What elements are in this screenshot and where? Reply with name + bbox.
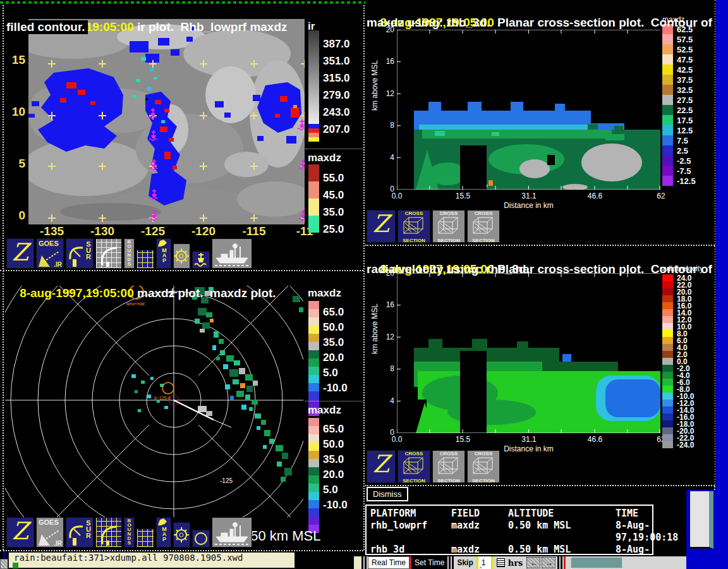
panel-xsection-radialvelocity: 8-aug-1997,19:05:00 Planar cross-section… xyxy=(365,247,715,485)
xsec1-plot[interactable] xyxy=(397,30,660,190)
map-fragment-icon xyxy=(157,518,171,527)
buoy-button[interactable] xyxy=(192,251,210,269)
cube-icon xyxy=(436,216,461,235)
panel-ir-plot: 8-aug-1997,19:05:00 ir plot. Rhb_lowprf … xyxy=(5,5,363,270)
cross-section-button[interactable]: CROSS SECTION xyxy=(467,210,500,243)
desktop-blue-strip xyxy=(716,0,728,492)
xsec2-y-axis-title: km above MSL xyxy=(370,303,379,354)
ir-colorbar: 387.0351.0315.0279.0243.0207.0 xyxy=(308,30,350,142)
xsec1-contours xyxy=(397,102,660,190)
step-back-button[interactable]: ← xyxy=(526,557,540,568)
cross-section-button[interactable]: CROSS SECTION xyxy=(432,450,465,483)
separator-left-edge xyxy=(3,5,4,550)
radar-panel-title: 8-aug-1997,19:05:00 maxdz plot. maxdz pl… xyxy=(6,272,276,314)
cross-section-track-ext xyxy=(214,420,231,427)
xsec2-x-labels: 0.015.531.146.662 xyxy=(380,435,677,444)
bounds-button[interactable]: BOUNDS xyxy=(124,517,135,548)
circle-button[interactable] xyxy=(192,530,210,548)
satellite-image[interactable] xyxy=(28,19,305,224)
goes-ir-button[interactable]: GOES .IR xyxy=(36,238,64,269)
xsec1-toolbar: Z CROSS SECTION CROSS SECTION CROSS SECT… xyxy=(367,210,500,243)
set-time-button[interactable]: Set Time xyxy=(411,556,447,569)
bounds-button[interactable]: BOUNDS xyxy=(124,238,135,269)
zebra-logo-button[interactable]: Z xyxy=(367,210,396,243)
zebra-logo-button[interactable]: Z xyxy=(6,517,34,548)
taskbar-teal-segment[interactable] xyxy=(571,557,622,568)
small-grid-button[interactable] xyxy=(136,250,154,269)
ir-x-axis-labels: -135-130-125-120-115-11 xyxy=(27,224,330,238)
time-control-taskbar: Real Time Set Time Skip 1 ^ hrs ← → xyxy=(354,555,686,569)
svg-text:b~125-8: b~125-8 xyxy=(154,396,171,400)
map-fragment-icon xyxy=(157,239,171,248)
radar-colorbar-divider xyxy=(305,401,363,401)
radar-dish-icon xyxy=(66,520,85,548)
zebra-logo-button[interactable]: Z xyxy=(367,450,396,483)
ship-button[interactable] xyxy=(212,238,252,269)
step-forward-button[interactable]: → xyxy=(542,557,555,568)
separator-center xyxy=(363,5,365,550)
xsec2-y-labels: 201612840 xyxy=(382,269,394,437)
grid-radar-button[interactable] xyxy=(95,517,122,548)
terminal-window[interactable]: rain:beaufait:371>xdump.all 970808.1905.… xyxy=(8,551,296,569)
cross-section-track xyxy=(174,400,214,420)
separator-right-bottom xyxy=(365,485,715,486)
ship-icon xyxy=(212,518,252,547)
taskbar-end-cap xyxy=(354,556,361,569)
table-cell: 8-Aug-97,19:00:18 xyxy=(616,520,678,544)
dismiss-button[interactable]: Dismiss xyxy=(367,487,408,501)
radar-colorbar1: 65.050.035.020.05.0-10.0 xyxy=(308,301,348,416)
gear-icon xyxy=(174,523,190,547)
taskbar-spacer xyxy=(622,556,686,569)
ir-maxdz-colorbar-title: maxdz xyxy=(308,152,341,164)
cross-section-button[interactable]: CROSS SECTION xyxy=(432,210,465,243)
background-window-fragment[interactable] xyxy=(690,491,713,549)
gear-button[interactable] xyxy=(173,243,190,269)
cube-icon xyxy=(471,456,496,475)
skip-step-field[interactable]: 1 ^ xyxy=(478,556,491,569)
surface-radar-button[interactable]: SUR xyxy=(66,238,94,269)
cross-section-button-active[interactable]: CROSS SECTION xyxy=(397,450,430,483)
cube-icon xyxy=(401,216,427,235)
real-time-button[interactable]: Real Time xyxy=(368,556,410,569)
table-cell: ALTITUDE xyxy=(508,508,616,520)
grid-radar-button[interactable] xyxy=(95,238,122,269)
cross-section-button-active[interactable]: CROSS SECTION xyxy=(397,210,430,243)
spinner-caret-icon[interactable]: ^ xyxy=(480,565,482,569)
table-cell: 0.50 km MSL xyxy=(508,520,616,544)
list-icon[interactable] xyxy=(497,558,505,567)
xsec2-plot[interactable] xyxy=(397,273,660,433)
ship-button[interactable] xyxy=(212,517,252,548)
circle-icon xyxy=(193,530,209,547)
goes-ir-button[interactable]: GOES .IR xyxy=(36,517,64,548)
cube-icon xyxy=(471,216,496,235)
radar-colorbar2-title: maxdz xyxy=(308,404,341,417)
table-cell: FIELD xyxy=(451,508,508,520)
radar-colorbar1-title: maxdz xyxy=(308,287,341,300)
ir-y-axis-labels: 151050 xyxy=(8,53,25,223)
surface-radar-button[interactable]: SUR xyxy=(66,517,94,548)
table-cell: maxdz xyxy=(451,520,508,544)
small-grid-button[interactable] xyxy=(136,529,154,548)
gear-button[interactable] xyxy=(173,522,190,548)
map-button[interactable]: MAP xyxy=(156,238,171,269)
terminal-prompt: rain:beaufait:371>xdump.all 970808.1905.… xyxy=(14,553,243,563)
table-cell: rhb_lowprf xyxy=(370,520,451,544)
skip-label: Skip xyxy=(454,556,476,569)
zebra-logo-button[interactable]: Z xyxy=(6,238,34,269)
xsec1-y-labels: 201612840 xyxy=(382,25,394,193)
cube-icon xyxy=(436,456,461,475)
xsec1-colorbar: 62.557.552.547.542.537.532.527.522.517.5… xyxy=(662,24,696,186)
cross-section-button[interactable]: CROSS SECTION xyxy=(467,450,500,483)
map-button[interactable]: MAP xyxy=(156,517,171,548)
dish-silhouette-icon xyxy=(99,522,120,547)
separator-right-mid xyxy=(365,245,715,246)
radar-colorbar2: 65.050.035.020.05.0-10.0 xyxy=(308,418,348,533)
panel-xsection-maxdz: 8-aug-1997,19:05:00 Planar cross-section… xyxy=(365,0,715,245)
radar-panel-toolbar: Z GOES .IR SUR BOUNDS MAP xyxy=(6,517,252,548)
radar-echoes xyxy=(131,287,303,482)
xsec1-x-axis-title: Distance in km xyxy=(397,201,660,210)
range-rings xyxy=(5,286,303,517)
radar-ppi-display[interactable]: 10 who+mat b~125-8 -125 xyxy=(5,286,303,517)
panel-radar-ppi: 8-aug-1997,19:05:00 maxdz plot. maxdz pl… xyxy=(5,272,363,550)
svg-text:-125: -125 xyxy=(220,477,233,484)
